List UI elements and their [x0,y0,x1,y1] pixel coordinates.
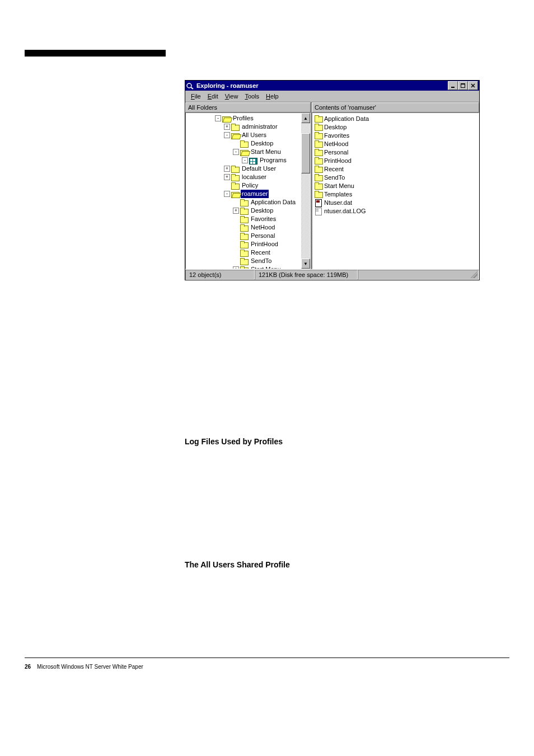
list-item-label: ntuser.dat.LOG [324,208,366,214]
expand-icon[interactable]: + [233,208,239,214]
list-item[interactable]: Personal [315,148,476,156]
folder-icon [315,124,322,130]
tree-item-label: Application Data [250,198,297,206]
collapse-icon[interactable]: - [215,115,221,121]
tree-item[interactable]: -Start Menu [188,148,310,156]
tree-item[interactable]: PrintHood [188,240,310,248]
folder-icon [240,241,248,248]
scroll-thumb[interactable] [301,133,310,173]
footer-rule [25,658,509,658]
list-item-label: Personal [324,149,348,156]
tree-item[interactable]: -Profiles [188,114,310,123]
list-item[interactable]: Application Data [315,114,476,123]
folder-icon [315,174,322,181]
folder-icon [240,216,248,223]
tree-item[interactable]: Policy [188,181,310,190]
folder-icon [315,182,322,189]
tree-item[interactable]: Application Data [188,198,310,206]
tree-item-label: PrintHood [250,240,279,248]
list-item-label: Templates [324,191,352,198]
tree-item-label: All Users [241,131,268,139]
folder-icon [315,157,322,164]
tree-item[interactable]: +Default User [188,165,310,173]
resize-grip-icon[interactable] [471,271,477,278]
list-item-label: SendTo [324,174,345,181]
list-item[interactable]: ntuser.dat.LOG [315,206,476,215]
tree-item-label: localuser [241,173,268,181]
expand-icon[interactable]: + [224,124,230,130]
list-item[interactable]: Desktop [315,123,476,131]
folder-icon [240,250,248,256]
tree-item[interactable]: +administrator [188,123,310,131]
footer-title: Microsoft Windows NT Server White Paper [37,664,143,670]
menu-view[interactable]: View [222,92,242,101]
folder-icon [231,182,239,189]
scroll-down-button[interactable]: ▼ [301,259,310,269]
tree-item-label: Profiles [232,114,255,123]
list-item[interactable]: PrintHood [315,156,476,165]
expand-icon[interactable]: + [224,174,230,180]
status-bar: 12 object(s) 121KB (Disk free space: 119… [185,269,479,280]
menu-tools[interactable]: Tools [241,92,263,101]
file-list[interactable]: Application DataDesktopFavoritesNetHoodP… [312,112,479,269]
expand-icon[interactable]: + [224,166,230,172]
menu-file[interactable]: File [188,92,204,101]
titlebar[interactable]: Exploring - roamuser [185,81,479,91]
menu-help[interactable]: Help [263,92,282,101]
minimize-button[interactable] [448,81,458,90]
tree-item[interactable]: Personal [188,232,310,240]
expand-icon[interactable]: + [233,266,239,269]
tree-item[interactable]: Desktop [188,139,310,148]
tree-item[interactable]: -roamuser [188,190,310,198]
folder-tree[interactable]: -Profiles+administrator-All UsersDesktop… [185,112,311,269]
menu-edit[interactable]: Edit [204,92,222,101]
list-item-label: NetHood [324,140,348,147]
list-item[interactable]: NetHood [315,139,476,148]
tree-item[interactable]: +Start Menu [188,265,310,269]
tree-item-label: Start Menu [250,265,282,269]
collapse-icon[interactable]: - [233,149,239,155]
status-objects: 12 object(s) [185,270,255,280]
explorer-window: Exploring - roamuser File Edit View Tool… [185,80,480,280]
folder-icon [315,191,322,198]
tree-item-label: SendTo [250,257,273,265]
list-item-label: PrintHood [324,157,352,164]
tree-scrollbar[interactable]: ▲ ▼ [301,113,310,269]
tree-item[interactable]: -All Users [188,131,310,139]
dat-file-icon [315,199,322,206]
list-item[interactable]: SendTo [315,173,476,181]
tree-item-label: NetHood [250,223,276,232]
tree-item[interactable]: SendTo [188,257,310,265]
folder-icon [240,258,248,265]
collapse-icon[interactable]: - [242,157,248,163]
svg-rect-4 [461,83,465,84]
tree-item-label: Favorites [250,215,277,223]
list-item[interactable]: Ntuser.dat [315,198,476,206]
tree-item[interactable]: Favorites [188,215,310,223]
tree-item-label: Policy [241,181,259,190]
tree-item[interactable]: +localuser [188,173,310,181]
svg-line-1 [191,87,193,89]
collapse-icon[interactable]: - [224,132,230,138]
maximize-button[interactable] [458,81,468,90]
folder-icon [240,199,248,206]
list-item[interactable]: Recent [315,165,476,173]
close-button[interactable] [468,81,478,90]
scroll-up-button[interactable]: ▲ [301,113,310,123]
folder-icon [315,149,322,156]
list-item[interactable]: Start Menu [315,181,476,190]
tree-item[interactable]: Recent [188,248,310,257]
folder-icon [315,132,322,139]
list-item-label: Start Menu [324,182,354,189]
menubar: File Edit View Tools Help [185,91,479,102]
folder-icon [231,124,239,130]
section-heading-all-users: The All Users Shared Profile [185,560,487,569]
collapse-icon[interactable]: - [224,191,230,197]
right-pane-header: Contents of 'roamuser' [312,102,479,112]
list-item[interactable]: Favorites [315,131,476,139]
section-heading-log-files: Log Files Used by Profiles [185,437,487,446]
list-item[interactable]: Templates [315,190,476,198]
tree-item[interactable]: -Programs [188,156,310,165]
tree-item[interactable]: NetHood [188,223,310,232]
tree-item[interactable]: +Desktop [188,206,310,215]
